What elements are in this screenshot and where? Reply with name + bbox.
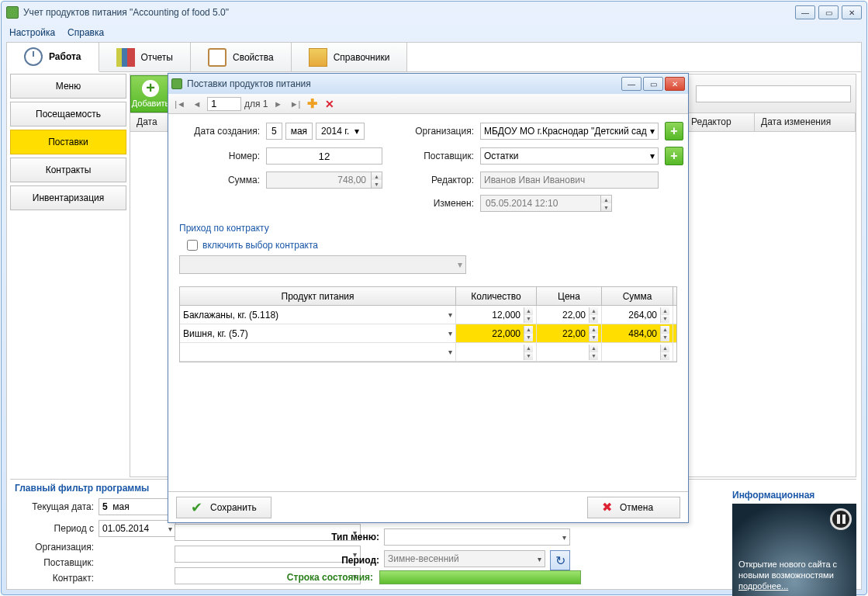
left-nav: Меню Посещаемость Поставки Контракты Инв…	[10, 74, 126, 210]
info-title: Информационная	[732, 490, 856, 501]
maximize-button[interactable]: ▭	[818, 5, 839, 19]
changed-display: 05.05.2014 12:10▲▼	[480, 195, 612, 212]
editor-label: Редактор:	[389, 175, 474, 185]
number-label: Номер:	[179, 151, 260, 161]
col-editor[interactable]: Редактор	[685, 113, 755, 131]
current-date-label: Текущая дата:	[15, 501, 94, 512]
save-label: Сохранить	[210, 502, 257, 513]
tab-catalogs-label: Справочники	[334, 52, 390, 63]
supplier-label: Поставщик:	[15, 557, 94, 568]
add-org-button[interactable]: +	[665, 122, 683, 140]
th-product[interactable]: Продукт питания	[180, 287, 456, 305]
tab-properties[interactable]: Свойства	[191, 43, 292, 71]
clipboard-icon	[208, 48, 227, 67]
tab-work-label: Работа	[49, 51, 81, 62]
table-row-empty[interactable]: ▾ ▲▼ ▲▼ ▲▼	[180, 343, 676, 362]
info-body[interactable]: Открытие нового сайта с новыми возможнос…	[732, 504, 856, 596]
menubar: Настройка Справка	[2, 23, 866, 42]
cancel-icon: ✖	[602, 500, 612, 515]
org-label: Организация:	[15, 542, 94, 553]
menu-help[interactable]: Справка	[67, 27, 104, 38]
nav-attendance[interactable]: Посещаемость	[10, 102, 126, 126]
nav-inventory[interactable]: Инвентаризация	[10, 185, 126, 210]
minimize-button[interactable]: —	[795, 5, 815, 19]
editor-display: Иванов Иван Иванович	[480, 172, 659, 189]
include-contract-checkbox[interactable]	[187, 240, 198, 251]
bars-icon	[116, 48, 135, 67]
book-icon	[309, 48, 327, 67]
creation-date-label: Дата создания:	[179, 126, 260, 137]
th-price[interactable]: Цена	[537, 287, 602, 305]
include-contract-label: включить выбор контракта	[202, 240, 318, 251]
tab-work[interactable]: Работа	[7, 43, 99, 72]
pause-icon[interactable]	[830, 508, 852, 530]
dialog-record-nav: |◄ ◄ для 1 ► ►| ✚ ✕	[168, 94, 688, 114]
contract-select[interactable]: ▾	[179, 255, 466, 274]
sum-display: 748,00▲▼	[266, 172, 382, 189]
table-row[interactable]: Вишня, кг. (5.7)▾ 22,000▲▼ 22,00▲▼ 484,0…	[180, 324, 676, 343]
period-combo[interactable]: Зимне-весенний▾	[384, 550, 545, 567]
add-supplier-button[interactable]: +	[665, 147, 683, 165]
nav-next-icon[interactable]: ►	[271, 97, 285, 111]
status-bar	[379, 570, 581, 584]
dlg-supplier-label: Поставщик:	[389, 151, 474, 161]
dialog-titlebar: Поставки продуктов питания — ▭ ✕	[168, 74, 688, 94]
top-tabs: Работа Отчеты Свойства Справочники	[7, 43, 861, 72]
table-row[interactable]: Баклажаны, кг. (5.118)▾ 12,000▲▼ 22,00▲▼…	[180, 306, 676, 324]
nav-total: для 1	[244, 99, 268, 109]
menu-type-combo[interactable]: ▾	[384, 528, 570, 546]
creation-date-input[interactable]: 5 мая 2014 г. ▾	[266, 123, 382, 140]
status-label: Строка состояния:	[287, 572, 373, 583]
tab-reports[interactable]: Отчеты	[99, 43, 191, 71]
tab-properties-label: Свойства	[233, 52, 274, 63]
main-titlebar: Учет продуктов питания "Accounting of fo…	[2, 2, 866, 23]
cancel-label: Отмена	[620, 502, 653, 513]
dialog-minimize[interactable]: —	[621, 77, 641, 91]
number-input[interactable]	[266, 147, 382, 165]
nav-page-input[interactable]	[207, 97, 241, 111]
dialog-close[interactable]: ✕	[665, 77, 685, 91]
menu-type-label: Тип меню:	[310, 532, 379, 542]
nav-add-icon[interactable]: ✚	[306, 97, 320, 111]
close-button[interactable]: ✕	[842, 5, 862, 19]
menu-settings[interactable]: Настройка	[9, 27, 55, 38]
nav-menu[interactable]: Меню	[10, 74, 126, 99]
period-label: Период:	[310, 555, 379, 566]
nav-prev-icon[interactable]: ◄	[190, 97, 204, 111]
nav-deliveries[interactable]: Поставки	[10, 130, 126, 154]
dialog-title: Поставки продуктов питания	[187, 78, 621, 89]
nav-first-icon[interactable]: |◄	[173, 97, 187, 111]
cancel-button[interactable]: ✖ Отмена	[587, 497, 680, 518]
window-title: Учет продуктов питания "Accounting of fo…	[23, 7, 795, 18]
info-panel: Информационная Открытие нового сайта с н…	[732, 490, 856, 596]
add-button[interactable]: + Добавить	[130, 75, 171, 113]
changed-label: Изменен:	[389, 198, 474, 209]
products-table: Продукт питания Количество Цена Сумма Ба…	[179, 286, 677, 362]
dlg-supplier-combo[interactable]: Остатки▾	[480, 147, 659, 165]
nav-contracts[interactable]: Контракты	[10, 158, 126, 182]
dialog-maximize[interactable]: ▭	[643, 77, 663, 91]
search-input[interactable]	[696, 85, 851, 102]
add-label: Добавить	[132, 99, 170, 108]
app-icon	[6, 6, 19, 19]
clock-icon	[24, 47, 43, 66]
current-date-combo[interactable]: 5 мая	[99, 498, 176, 515]
dlg-org-label: Организация:	[389, 126, 474, 137]
save-button[interactable]: ✔ Сохранить	[176, 497, 271, 518]
contract-section-title: Приход по контракту	[179, 223, 677, 234]
delivery-dialog: Поставки продуктов питания — ▭ ✕ |◄ ◄ дл…	[168, 73, 689, 523]
info-more[interactable]: подробнее...	[738, 581, 850, 592]
sum-label: Сумма:	[179, 175, 260, 185]
plus-icon: +	[142, 80, 159, 97]
nav-delete-icon[interactable]: ✕	[323, 97, 337, 111]
col-changed[interactable]: Дата изменения	[755, 113, 856, 131]
tab-reports-label: Отчеты	[141, 52, 173, 63]
check-icon: ✔	[191, 499, 202, 516]
tab-catalogs[interactable]: Справочники	[292, 43, 408, 71]
period-from-label: Период с	[15, 523, 94, 534]
nav-last-icon[interactable]: ►|	[289, 97, 303, 111]
dlg-org-combo[interactable]: МБДОУ МО г.Краснодар "Детский сад▾	[480, 123, 659, 140]
th-total[interactable]: Сумма	[602, 287, 673, 305]
th-qty[interactable]: Количество	[456, 287, 537, 305]
dialog-app-icon	[171, 78, 182, 89]
